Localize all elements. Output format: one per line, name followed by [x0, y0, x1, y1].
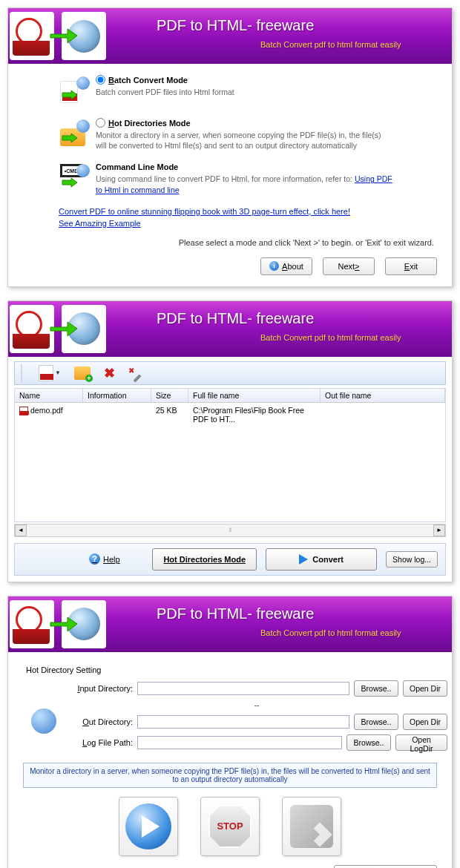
open-input-button[interactable]: Open Dir	[403, 680, 447, 697]
cell-name: demo.pdf	[15, 404, 83, 425]
chevron-down-icon: ▼	[55, 369, 61, 376]
show-log-button[interactable]: Show log...	[386, 551, 438, 568]
browse-log-button[interactable]: Browse..	[346, 734, 391, 751]
arrow-icon	[49, 320, 79, 338]
wizard-buttons: iAbout Next> Exit	[23, 257, 437, 275]
table-body[interactable]: demo.pdf 25 KB C:\Program Files\Flip Boo…	[15, 403, 445, 522]
app-subtitle: Batch Convert pdf to html format easily	[260, 40, 401, 49]
header-icons	[8, 8, 112, 64]
app-subtitle: Batch Convert pdf to html format easily	[260, 628, 401, 637]
cmd-title: Command Line Mode	[96, 162, 178, 171]
open-log-button[interactable]: Open LogDir	[395, 734, 447, 751]
control-buttons: STOP	[13, 797, 447, 856]
log-path-row: Log File Path: Browse.. Open LogDir	[66, 734, 447, 751]
batch-mode-icon	[59, 75, 90, 106]
scroll-right-button[interactable]: ►	[433, 525, 445, 536]
cmd-mode-icon: •CMD	[59, 162, 90, 194]
col-info[interactable]: Information	[83, 389, 151, 402]
input-dir-field[interactable]	[137, 682, 349, 695]
info-icon: i	[269, 261, 279, 271]
wrench-x-icon	[128, 366, 142, 380]
open-output-button[interactable]: Open Dir	[403, 714, 447, 730]
x-icon: ✖	[104, 365, 115, 381]
header: PDF to HTML- freeware Batch Convert pdf …	[8, 596, 452, 652]
browse-input-button[interactable]: Browse..	[354, 680, 398, 697]
exit-button[interactable]: Exit	[385, 257, 437, 275]
arrow-icon	[62, 133, 78, 143]
cell-size: 25 KB	[151, 404, 188, 425]
hot-directory-window: PDF to HTML- freeware Batch Convert pdf …	[7, 596, 453, 868]
hot-mode-icon	[59, 118, 90, 149]
cell-info	[83, 404, 151, 425]
scroll-track[interactable]: ⦀	[27, 527, 433, 534]
help-icon: ?	[89, 553, 100, 565]
stop-button[interactable]: STOP	[200, 797, 260, 856]
output-dir-row: Out Directory: Browse.. Open Dir	[66, 714, 447, 730]
action-bar: ?Help Hot Directories Mode Convert Show …	[14, 543, 446, 576]
header-text: PDF to HTML- freeware Batch Convert pdf …	[157, 310, 401, 342]
hot-directories-button[interactable]: Hot Directories Mode	[152, 548, 257, 571]
file-table: Name Information Size Full file name Out…	[14, 388, 446, 522]
globe-icon	[24, 688, 63, 754]
directory-form: Input Directory: Browse.. Open Dir -- Ou…	[13, 680, 447, 755]
mode-hot[interactable]: Hot Directories Mode Monitor a directory…	[59, 118, 437, 151]
output-dir-field[interactable]	[137, 715, 349, 729]
cmd-desc: Using command line to convert PDF to Htm…	[96, 174, 392, 194]
mode-batch[interactable]: Batch Convert Mode Batch convert PDF fil…	[59, 75, 437, 106]
minimize-button[interactable]	[282, 797, 341, 856]
header: PDF to HTML- freeware Batch Convert pdf …	[8, 8, 452, 64]
app-subtitle: Batch Convert pdf to html format easily	[260, 333, 401, 342]
add-folder-button[interactable]: +	[74, 366, 91, 380]
batch-desc: Batch convert PDF files into Html format	[96, 87, 392, 97]
info-strip: Monitor a directory in a server, when so…	[23, 763, 437, 788]
next-button[interactable]: Next>	[323, 257, 375, 275]
app-title: PDF to HTML- freeware	[157, 310, 401, 327]
about-button[interactable]: iAbout	[260, 257, 312, 275]
hot-radio[interactable]	[96, 118, 105, 128]
table-row[interactable]: demo.pdf 25 KB C:\Program Files\Flip Boo…	[15, 403, 445, 427]
start-button[interactable]	[119, 797, 178, 856]
promo-link-2[interactable]: See Amazing Example	[59, 219, 437, 228]
pdf-file-icon	[39, 365, 53, 381]
horizontal-scrollbar[interactable]: ◄ ⦀ ►	[14, 524, 446, 537]
convert-button[interactable]: Convert	[266, 548, 377, 571]
col-name[interactable]: Name	[15, 389, 83, 402]
section-title: Hot Directory Setting	[26, 665, 447, 674]
output-dir-label: Out Directory:	[66, 717, 133, 726]
hotdir-body: Hot Directory Setting Input Directory: B…	[8, 652, 452, 868]
wizard-body: Batch Convert Mode Batch convert PDF fil…	[8, 64, 452, 286]
add-pdf-button[interactable]: ▼	[39, 365, 61, 381]
separator: --	[66, 701, 447, 709]
col-full[interactable]: Full file name	[188, 389, 321, 402]
col-out[interactable]: Out file name	[321, 389, 445, 402]
input-dir-row: Input Directory: Browse.. Open Dir	[66, 680, 447, 697]
play-icon	[299, 554, 308, 565]
arrow-icon	[62, 90, 78, 100]
remove-button[interactable]: ✖	[104, 365, 115, 381]
col-size[interactable]: Size	[151, 389, 188, 402]
help-link[interactable]: ?Help	[89, 553, 120, 565]
header-text: PDF to HTML- freeware Batch Convert pdf …	[157, 17, 401, 49]
arrow-icon	[49, 27, 79, 45]
log-path-label: Log File Path:	[66, 738, 133, 747]
tools-button[interactable]	[128, 366, 142, 380]
batch-radio[interactable]	[96, 75, 105, 85]
browse-output-button[interactable]: Browse..	[354, 714, 398, 730]
wizard-hint: Please select a mode and click 'Next >' …	[23, 238, 434, 247]
log-path-field[interactable]	[137, 736, 342, 749]
hot-title: Hot Directories Mode	[108, 119, 191, 128]
folder-icon: +	[74, 366, 91, 380]
return-button[interactable]: Return To Batch Mode	[334, 865, 437, 868]
toolbar-grip	[21, 364, 22, 382]
return-row: Return To Batch Mode	[13, 861, 447, 868]
batch-window: PDF to HTML- freeware Batch Convert pdf …	[7, 300, 453, 582]
stop-icon: STOP	[208, 805, 252, 848]
header: PDF to HTML- freeware Batch Convert pdf …	[8, 301, 452, 357]
promo-link-1[interactable]: Convert PDF to online stunning flipping …	[59, 207, 437, 216]
input-dir-label: Input Directory:	[66, 684, 133, 693]
mode-cmd[interactable]: •CMD Command Line Mode Using command lin…	[59, 162, 437, 194]
scroll-left-button[interactable]: ◄	[15, 525, 27, 536]
table-header: Name Information Size Full file name Out…	[15, 389, 445, 403]
toolbar: ▼ + ✖	[14, 361, 446, 385]
hot-desc: Monitor a directory in a server, when so…	[96, 130, 392, 151]
